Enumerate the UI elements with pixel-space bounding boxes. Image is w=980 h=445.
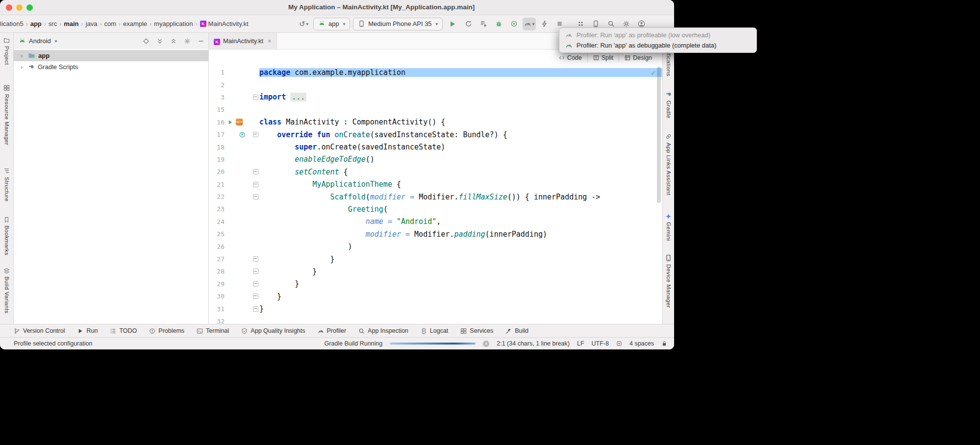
tool-window-build[interactable]: Build (505, 327, 528, 334)
hide-panel-button[interactable] (198, 38, 204, 45)
title-bar: My Application – MainActivity.kt [My_App… (0, 0, 674, 15)
lock-icon[interactable] (661, 341, 667, 346)
tool-stripe-structure[interactable]: Structure (3, 168, 10, 201)
tool-stripe-bookmarks[interactable]: Bookmarks (3, 216, 10, 255)
line-number: 24 (212, 218, 225, 225)
folded-region[interactable]: ... (290, 93, 306, 101)
fold-marker[interactable] (253, 169, 258, 174)
run-configuration-selector[interactable]: app ▾ (313, 18, 350, 30)
chevron-right-icon[interactable]: › (21, 52, 25, 59)
code-line: 24 name = "Android", (212, 216, 662, 228)
encoding-indicator[interactable]: UTF-8 (592, 340, 609, 347)
tool-window-logcat[interactable]: Logcat (421, 327, 449, 334)
fold-marker[interactable] (253, 281, 258, 287)
tool-window-services[interactable]: Services (460, 327, 493, 334)
fold-marker[interactable] (253, 256, 258, 262)
fold-marker[interactable] (253, 269, 258, 274)
close-tab-icon[interactable]: × (268, 38, 272, 44)
breadcrumb-item-main[interactable]: main (64, 20, 78, 27)
code-text: ) (259, 242, 662, 251)
editor-scrollbar[interactable] (657, 67, 661, 203)
fold-marker[interactable] (253, 294, 258, 299)
profiler-popup-item[interactable]: Profiler: Run 'app' as profileable (low … (559, 30, 756, 40)
device-selector[interactable]: Medium Phone API 35 ▾ (353, 18, 443, 30)
compose-gutter-icon[interactable]: </> (236, 119, 243, 125)
history-icon[interactable]: ↺▾ (297, 18, 310, 30)
build-status-text: Gradle Build Running (324, 340, 382, 347)
tool-stripe-device-manager[interactable]: Device Manager (665, 255, 672, 308)
mode-code[interactable]: Code (553, 53, 587, 63)
build-variants-icon (3, 267, 10, 274)
override-gutter-icon[interactable] (239, 131, 246, 138)
expand-all-button[interactable] (156, 38, 163, 45)
tool-window-version-control[interactable]: Version Control (14, 327, 65, 334)
tool-window-todo[interactable]: TODO (110, 327, 137, 334)
fold-marker[interactable] (253, 182, 258, 187)
editor-area: K MainActivity.kt × CodeSplitDesign ✓ 1p… (209, 33, 662, 324)
editor-tab-mainactivity[interactable]: K MainActivity.kt × (209, 33, 277, 49)
breadcrumb-item-example[interactable]: example (123, 20, 147, 27)
tab-label: MainActivity.kt (223, 37, 263, 45)
debug-icon[interactable] (492, 18, 505, 30)
breadcrumb-item-lication5[interactable]: lication5 (0, 20, 24, 27)
tool-window-run[interactable]: Run (77, 327, 98, 334)
fold-marker[interactable] (253, 132, 258, 137)
caret-position[interactable]: 2:1 (34 chars, 1 line break) (497, 340, 570, 347)
tool-window-problems[interactable]: Problems (149, 327, 184, 334)
profiler-icon[interactable]: ▾ (523, 18, 536, 30)
split-mode-icon (593, 55, 599, 61)
close-window-button[interactable] (6, 4, 12, 11)
code-token: } (259, 292, 281, 301)
coverage-icon[interactable] (507, 18, 521, 30)
run-button[interactable] (446, 18, 459, 30)
fold-marker[interactable] (253, 95, 258, 100)
breadcrumb-item-myapplication[interactable]: myapplication (154, 20, 193, 27)
tool-stripe-gradle[interactable]: Gradle (665, 91, 672, 119)
run-gutter-icon[interactable] (227, 119, 233, 125)
collapse-all-button[interactable] (170, 38, 177, 45)
breadcrumb: lication5›app›src›main›java›com›example›… (0, 20, 294, 27)
status-widget-icon[interactable] (616, 341, 622, 346)
tool-stripe-project[interactable]: Project (3, 37, 10, 65)
cancel-build-button[interactable]: × (483, 341, 489, 347)
line-ending-indicator[interactable]: LF (577, 340, 584, 347)
apply-changes-icon[interactable] (477, 18, 490, 30)
breadcrumb-item-mainactivity-kt[interactable]: KMainActivity.kt (200, 20, 249, 27)
mode-design[interactable]: Design (619, 53, 657, 63)
code-text: class MainActivity : ComponentActivity()… (259, 118, 662, 126)
breadcrumb-item-src[interactable]: src (49, 20, 57, 27)
code-token: ) (259, 242, 352, 251)
code-line: 1package com.example.myapplication (212, 66, 662, 78)
fold-marker[interactable] (253, 194, 258, 199)
chevron-right-icon[interactable]: › (21, 64, 25, 70)
indent-indicator[interactable]: 4 spaces (629, 340, 654, 347)
locate-file-button[interactable] (143, 38, 150, 45)
tree-item-gradle-scripts[interactable]: ›Gradle Scripts (14, 61, 208, 73)
code-line: 26 ) (212, 240, 662, 252)
tool-window-app-quality-insights[interactable]: App Quality Insights (241, 327, 305, 334)
tool-stripe-gemini[interactable]: Gemini (665, 213, 672, 241)
project-view-selector[interactable]: Android (29, 37, 51, 45)
code-token: super (295, 143, 317, 151)
tool-window-profiler[interactable]: Profiler (318, 327, 347, 334)
mode-split[interactable]: Split (587, 53, 619, 63)
rerun-icon[interactable] (462, 18, 475, 30)
breadcrumb-item-com[interactable]: com (104, 20, 116, 27)
apply-code-changes-icon[interactable] (538, 18, 551, 30)
tool-stripe-resource-manager[interactable]: Resource Manager (3, 85, 10, 145)
profiler-popup-item[interactable]: Profiler: Run 'app' as debuggable (compl… (559, 40, 756, 50)
breadcrumb-item-java[interactable]: java (86, 20, 98, 27)
minimize-window-button[interactable] (16, 4, 23, 11)
fold-marker[interactable] (253, 306, 258, 312)
tool-stripe-app-links-assistant[interactable]: App Links Assistant (665, 133, 672, 195)
panel-settings-button[interactable] (184, 38, 191, 45)
tool-stripe-build-variants[interactable]: Build Variants (3, 267, 10, 314)
inspections-status-icon[interactable]: ✓ (651, 69, 655, 77)
code-line: 31} (212, 302, 662, 315)
zoom-window-button[interactable] (26, 4, 33, 11)
tool-window-terminal[interactable]: Terminal (197, 327, 229, 334)
code-token: class (259, 118, 281, 126)
tool-window-app-inspection[interactable]: App Inspection (358, 327, 408, 334)
breadcrumb-item-app[interactable]: app (30, 20, 42, 27)
tree-item-app[interactable]: ›app (14, 50, 208, 61)
